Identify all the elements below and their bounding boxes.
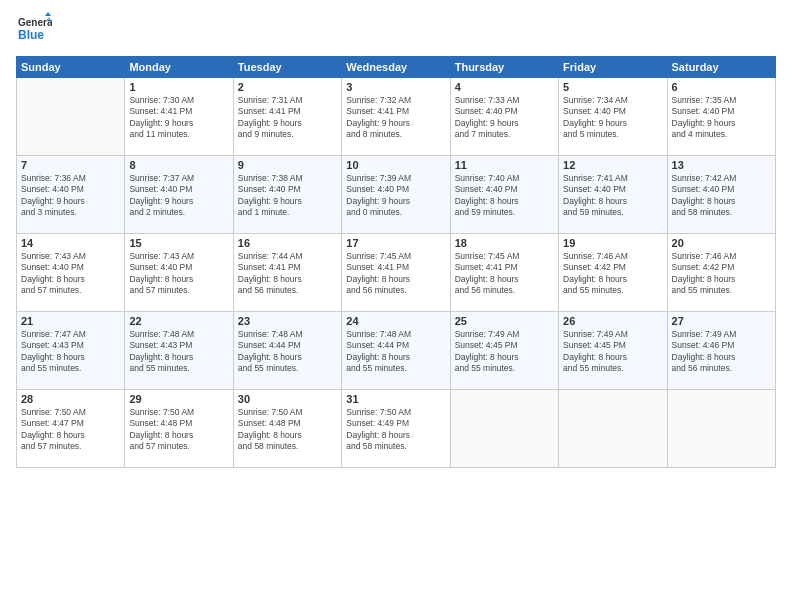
- calendar-cell: 7Sunrise: 7:36 AMSunset: 4:40 PMDaylight…: [17, 156, 125, 234]
- day-number: 10: [346, 159, 445, 171]
- day-number: 14: [21, 237, 120, 249]
- day-info: Sunrise: 7:47 AMSunset: 4:43 PMDaylight:…: [21, 329, 120, 375]
- calendar-cell: [17, 78, 125, 156]
- day-number: 9: [238, 159, 337, 171]
- day-info: Sunrise: 7:43 AMSunset: 4:40 PMDaylight:…: [129, 251, 228, 297]
- calendar-cell: 29Sunrise: 7:50 AMSunset: 4:48 PMDayligh…: [125, 390, 233, 468]
- calendar-table: SundayMondayTuesdayWednesdayThursdayFrid…: [16, 56, 776, 468]
- day-info: Sunrise: 7:38 AMSunset: 4:40 PMDaylight:…: [238, 173, 337, 219]
- weekday-header-row: SundayMondayTuesdayWednesdayThursdayFrid…: [17, 57, 776, 78]
- day-number: 29: [129, 393, 228, 405]
- calendar-cell: 30Sunrise: 7:50 AMSunset: 4:48 PMDayligh…: [233, 390, 341, 468]
- day-info: Sunrise: 7:33 AMSunset: 4:40 PMDaylight:…: [455, 95, 554, 141]
- day-info: Sunrise: 7:40 AMSunset: 4:40 PMDaylight:…: [455, 173, 554, 219]
- day-info: Sunrise: 7:50 AMSunset: 4:48 PMDaylight:…: [129, 407, 228, 453]
- calendar-cell: 1Sunrise: 7:30 AMSunset: 4:41 PMDaylight…: [125, 78, 233, 156]
- calendar-cell: 5Sunrise: 7:34 AMSunset: 4:40 PMDaylight…: [559, 78, 667, 156]
- day-info: Sunrise: 7:32 AMSunset: 4:41 PMDaylight:…: [346, 95, 445, 141]
- day-info: Sunrise: 7:35 AMSunset: 4:40 PMDaylight:…: [672, 95, 771, 141]
- calendar-cell: 25Sunrise: 7:49 AMSunset: 4:45 PMDayligh…: [450, 312, 558, 390]
- day-number: 6: [672, 81, 771, 93]
- calendar-cell: 18Sunrise: 7:45 AMSunset: 4:41 PMDayligh…: [450, 234, 558, 312]
- calendar-cell: 28Sunrise: 7:50 AMSunset: 4:47 PMDayligh…: [17, 390, 125, 468]
- day-info: Sunrise: 7:37 AMSunset: 4:40 PMDaylight:…: [129, 173, 228, 219]
- day-info: Sunrise: 7:50 AMSunset: 4:49 PMDaylight:…: [346, 407, 445, 453]
- day-info: Sunrise: 7:49 AMSunset: 4:46 PMDaylight:…: [672, 329, 771, 375]
- calendar-week-row: 28Sunrise: 7:50 AMSunset: 4:47 PMDayligh…: [17, 390, 776, 468]
- day-info: Sunrise: 7:48 AMSunset: 4:44 PMDaylight:…: [238, 329, 337, 375]
- weekday-header-saturday: Saturday: [667, 57, 775, 78]
- day-info: Sunrise: 7:30 AMSunset: 4:41 PMDaylight:…: [129, 95, 228, 141]
- day-info: Sunrise: 7:41 AMSunset: 4:40 PMDaylight:…: [563, 173, 662, 219]
- day-number: 25: [455, 315, 554, 327]
- calendar-cell: 12Sunrise: 7:41 AMSunset: 4:40 PMDayligh…: [559, 156, 667, 234]
- logo-icon: General Blue: [16, 12, 52, 48]
- calendar-cell: 9Sunrise: 7:38 AMSunset: 4:40 PMDaylight…: [233, 156, 341, 234]
- day-info: Sunrise: 7:49 AMSunset: 4:45 PMDaylight:…: [455, 329, 554, 375]
- calendar-cell: [450, 390, 558, 468]
- weekday-header-tuesday: Tuesday: [233, 57, 341, 78]
- calendar-cell: 11Sunrise: 7:40 AMSunset: 4:40 PMDayligh…: [450, 156, 558, 234]
- weekday-header-wednesday: Wednesday: [342, 57, 450, 78]
- day-number: 31: [346, 393, 445, 405]
- logo: General Blue: [16, 12, 52, 48]
- day-number: 15: [129, 237, 228, 249]
- svg-marker-2: [45, 12, 51, 16]
- day-info: Sunrise: 7:45 AMSunset: 4:41 PMDaylight:…: [346, 251, 445, 297]
- calendar-header: General Blue: [16, 12, 776, 48]
- calendar-cell: [559, 390, 667, 468]
- day-number: 13: [672, 159, 771, 171]
- calendar-cell: 2Sunrise: 7:31 AMSunset: 4:41 PMDaylight…: [233, 78, 341, 156]
- day-number: 24: [346, 315, 445, 327]
- day-info: Sunrise: 7:43 AMSunset: 4:40 PMDaylight:…: [21, 251, 120, 297]
- day-number: 30: [238, 393, 337, 405]
- day-number: 27: [672, 315, 771, 327]
- day-number: 12: [563, 159, 662, 171]
- calendar-cell: 14Sunrise: 7:43 AMSunset: 4:40 PMDayligh…: [17, 234, 125, 312]
- calendar-cell: 21Sunrise: 7:47 AMSunset: 4:43 PMDayligh…: [17, 312, 125, 390]
- calendar-cell: 23Sunrise: 7:48 AMSunset: 4:44 PMDayligh…: [233, 312, 341, 390]
- day-number: 18: [455, 237, 554, 249]
- calendar-week-row: 21Sunrise: 7:47 AMSunset: 4:43 PMDayligh…: [17, 312, 776, 390]
- day-info: Sunrise: 7:45 AMSunset: 4:41 PMDaylight:…: [455, 251, 554, 297]
- day-info: Sunrise: 7:46 AMSunset: 4:42 PMDaylight:…: [672, 251, 771, 297]
- calendar-cell: 22Sunrise: 7:48 AMSunset: 4:43 PMDayligh…: [125, 312, 233, 390]
- day-number: 17: [346, 237, 445, 249]
- calendar-cell: 16Sunrise: 7:44 AMSunset: 4:41 PMDayligh…: [233, 234, 341, 312]
- day-number: 5: [563, 81, 662, 93]
- day-number: 7: [21, 159, 120, 171]
- calendar-cell: 24Sunrise: 7:48 AMSunset: 4:44 PMDayligh…: [342, 312, 450, 390]
- day-info: Sunrise: 7:49 AMSunset: 4:45 PMDaylight:…: [563, 329, 662, 375]
- calendar-cell: 13Sunrise: 7:42 AMSunset: 4:40 PMDayligh…: [667, 156, 775, 234]
- calendar-container: General Blue SundayMondayTuesdayWednesda…: [0, 0, 792, 612]
- weekday-header-thursday: Thursday: [450, 57, 558, 78]
- calendar-cell: 27Sunrise: 7:49 AMSunset: 4:46 PMDayligh…: [667, 312, 775, 390]
- day-number: 21: [21, 315, 120, 327]
- day-number: 28: [21, 393, 120, 405]
- calendar-cell: [667, 390, 775, 468]
- day-number: 1: [129, 81, 228, 93]
- day-number: 22: [129, 315, 228, 327]
- weekday-header-monday: Monday: [125, 57, 233, 78]
- svg-text:General: General: [18, 17, 52, 28]
- calendar-cell: 6Sunrise: 7:35 AMSunset: 4:40 PMDaylight…: [667, 78, 775, 156]
- calendar-cell: 8Sunrise: 7:37 AMSunset: 4:40 PMDaylight…: [125, 156, 233, 234]
- day-number: 4: [455, 81, 554, 93]
- calendar-cell: 3Sunrise: 7:32 AMSunset: 4:41 PMDaylight…: [342, 78, 450, 156]
- calendar-cell: 31Sunrise: 7:50 AMSunset: 4:49 PMDayligh…: [342, 390, 450, 468]
- calendar-cell: 19Sunrise: 7:46 AMSunset: 4:42 PMDayligh…: [559, 234, 667, 312]
- day-number: 2: [238, 81, 337, 93]
- day-info: Sunrise: 7:42 AMSunset: 4:40 PMDaylight:…: [672, 173, 771, 219]
- day-info: Sunrise: 7:44 AMSunset: 4:41 PMDaylight:…: [238, 251, 337, 297]
- calendar-cell: 17Sunrise: 7:45 AMSunset: 4:41 PMDayligh…: [342, 234, 450, 312]
- calendar-week-row: 14Sunrise: 7:43 AMSunset: 4:40 PMDayligh…: [17, 234, 776, 312]
- weekday-header-sunday: Sunday: [17, 57, 125, 78]
- day-number: 20: [672, 237, 771, 249]
- day-info: Sunrise: 7:34 AMSunset: 4:40 PMDaylight:…: [563, 95, 662, 141]
- day-info: Sunrise: 7:39 AMSunset: 4:40 PMDaylight:…: [346, 173, 445, 219]
- day-number: 16: [238, 237, 337, 249]
- day-number: 19: [563, 237, 662, 249]
- calendar-week-row: 7Sunrise: 7:36 AMSunset: 4:40 PMDaylight…: [17, 156, 776, 234]
- calendar-cell: 15Sunrise: 7:43 AMSunset: 4:40 PMDayligh…: [125, 234, 233, 312]
- day-info: Sunrise: 7:46 AMSunset: 4:42 PMDaylight:…: [563, 251, 662, 297]
